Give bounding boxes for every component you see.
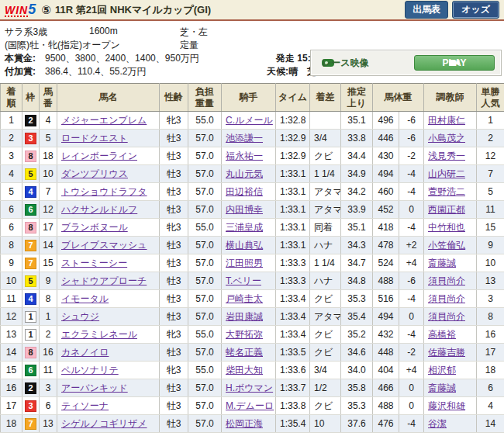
horse-weight-cell: 452: [373, 201, 399, 219]
jockey-link[interactable]: 丸山元気: [226, 168, 263, 179]
horse-name-link[interactable]: シュウジ: [61, 311, 99, 322]
jockey-link[interactable]: C.ルメール: [226, 115, 273, 126]
trainer-link[interactable]: 佐藤吉勝: [428, 347, 465, 358]
jockey-link[interactable]: 蛯名正義: [226, 347, 263, 358]
trainer-link[interactable]: 田村康仁: [428, 115, 465, 126]
horse-name-link[interactable]: カネノイロ: [61, 347, 109, 358]
trainer-link[interactable]: 中竹和也: [428, 222, 465, 233]
play-button[interactable]: PLAY: [414, 55, 495, 71]
horse-name-cell: ダンツプリウス: [57, 165, 160, 183]
horse-name-link[interactable]: アーバンキッド: [61, 382, 128, 393]
weight-diff-cell: 0: [399, 201, 424, 219]
horse-name-link[interactable]: ティソーナ: [61, 400, 109, 411]
jockey-cell: 柴田大知: [222, 362, 276, 379]
last3f-cell: 35.3: [341, 397, 373, 415]
horse-name-link[interactable]: ブランボヌール: [61, 222, 128, 233]
horse-name-link[interactable]: レインボーライン: [61, 151, 137, 161]
time-cell: 1:32.9: [276, 147, 310, 165]
result-row: 1148イモータル牡357.0戸崎圭太1:33.4クビ35.3516-4須貝尚介…: [1, 290, 504, 308]
trainer-link[interactable]: 斎藤誠: [428, 258, 456, 268]
trainer-cell: 須貝尚介: [424, 272, 477, 290]
sex-age-cell: 牝3: [160, 219, 188, 237]
time-cell: 1:33.4: [276, 290, 310, 308]
favorite-cell: 15: [477, 219, 504, 237]
jockey-link[interactable]: 三浦皇成: [226, 222, 263, 233]
jockey-link[interactable]: 柴田大知: [226, 365, 263, 375]
jockey-link[interactable]: 内田博幸: [226, 204, 263, 215]
jockey-link[interactable]: T.ベリー: [226, 275, 261, 286]
horse-number-cell: 7: [40, 183, 57, 201]
horse-name-link[interactable]: イモータル: [61, 293, 109, 304]
horse-name-cell: トウショウドラフタ: [57, 183, 160, 201]
frame-badge: 5: [25, 275, 36, 287]
horse-name-link[interactable]: エクラミレネール: [61, 329, 137, 340]
horse-number-cell: 16: [40, 344, 57, 362]
jockey-link[interactable]: 田辺裕信: [226, 186, 263, 197]
frame-cell: 8: [22, 147, 40, 165]
jockey-link[interactable]: 横山典弘: [226, 240, 263, 251]
horse-name-link[interactable]: トウショウドラフタ: [61, 186, 147, 197]
finish-position-cell: 6: [1, 219, 22, 237]
finish-position-cell: 9: [1, 254, 22, 272]
frame-badge: 8: [25, 222, 36, 234]
trainer-link[interactable]: 須貝尚介: [428, 293, 465, 304]
horse-name-link[interactable]: ブレイブスマッシュ: [61, 240, 147, 251]
frame-badge: 3: [25, 133, 36, 144]
horse-name-link[interactable]: ストーミーシー: [61, 258, 127, 268]
horse-name-link[interactable]: ペルソナリテ: [61, 365, 119, 375]
horse-number-cell: 10: [40, 165, 57, 183]
margin-cell: 10: [310, 415, 341, 433]
horse-name-link[interactable]: メジャーエンブレム: [61, 115, 147, 126]
frame-badge: 2: [25, 382, 36, 394]
horse-name-link[interactable]: シゲルノコギリザメ: [61, 418, 147, 429]
trainer-link[interactable]: 藤沢和雄: [428, 400, 465, 411]
trainer-link[interactable]: 小島茂之: [428, 133, 465, 144]
trainer-link[interactable]: 須貝尚介: [428, 275, 465, 286]
trainer-cell: 斎藤誠: [424, 379, 477, 397]
jockey-link[interactable]: 岩田康誠: [226, 311, 263, 322]
sex-age-cell: 牡3: [160, 165, 188, 183]
jockey-link[interactable]: M.デムーロ: [226, 400, 274, 411]
jockey-cell: 大野拓弥: [222, 326, 276, 344]
trainer-link[interactable]: 高橋裕: [428, 329, 456, 340]
trainer-link[interactable]: 小笠倫弘: [428, 240, 465, 251]
horse-name-link[interactable]: ハクサンルドルフ: [61, 204, 137, 215]
jockey-cell: 蛯名正義: [222, 344, 276, 362]
jockey-link[interactable]: 松岡正海: [226, 418, 263, 429]
horse-name-link[interactable]: ロードクエスト: [61, 133, 128, 144]
result-row: 18713シゲルノコギリザメ牡357.0松岡正海1:35.41037.6476-…: [1, 415, 504, 433]
trainer-link[interactable]: 浅見秀一: [428, 151, 465, 161]
trainer-cell: 須貝尚介: [424, 308, 477, 326]
horse-name-cell: ティソーナ: [57, 397, 160, 415]
prize-values: 9500、3800、2400、1400、950万円: [45, 52, 199, 65]
result-row: 6612ハクサンルドルフ牡357.0内田博幸1:33.1アタマ33.94520西…: [1, 201, 504, 219]
column-header-time: タイム: [276, 84, 310, 112]
trainer-link[interactable]: 相沢郁: [428, 365, 456, 375]
trainer-link[interactable]: 山内研二: [428, 168, 465, 179]
jockey-link[interactable]: H.ボウマン: [226, 382, 273, 393]
sex-age-cell: 牡3: [160, 237, 188, 254]
trainer-link[interactable]: 斎藤誠: [428, 382, 456, 393]
finish-position-cell: 1: [1, 112, 22, 130]
horse-name-link[interactable]: ダンツプリウス: [61, 168, 128, 179]
frame-badge: 1: [25, 311, 36, 323]
last3f-cell: 34.7: [341, 254, 373, 272]
odds-button[interactable]: オッズ: [452, 1, 499, 19]
frame-badge: 7: [25, 240, 36, 251]
weight-cell: 57.0: [188, 165, 222, 183]
trainer-link[interactable]: 西園正都: [428, 204, 465, 215]
jockey-link[interactable]: 大野拓弥: [226, 329, 263, 340]
jockey-link[interactable]: 戸崎圭太: [226, 293, 263, 304]
entry-table-button[interactable]: 出馬表: [405, 1, 448, 19]
jockey-link[interactable]: 江田照男: [226, 258, 263, 268]
favorite-cell: 12: [477, 147, 504, 165]
trainer-link[interactable]: 萱野浩二: [428, 186, 465, 197]
horse-weight-cell: 446: [373, 130, 399, 147]
jockey-link[interactable]: 池添謙一: [226, 133, 263, 144]
time-cell: 1:33.6: [276, 362, 310, 379]
jockey-link[interactable]: 福永祐一: [226, 151, 263, 161]
horse-name-link[interactable]: シャドウアプローチ: [61, 275, 147, 286]
trainer-link[interactable]: 谷潔: [428, 418, 447, 429]
weight-diff-cell: -4: [399, 415, 424, 433]
trainer-link[interactable]: 須貝尚介: [428, 311, 465, 322]
